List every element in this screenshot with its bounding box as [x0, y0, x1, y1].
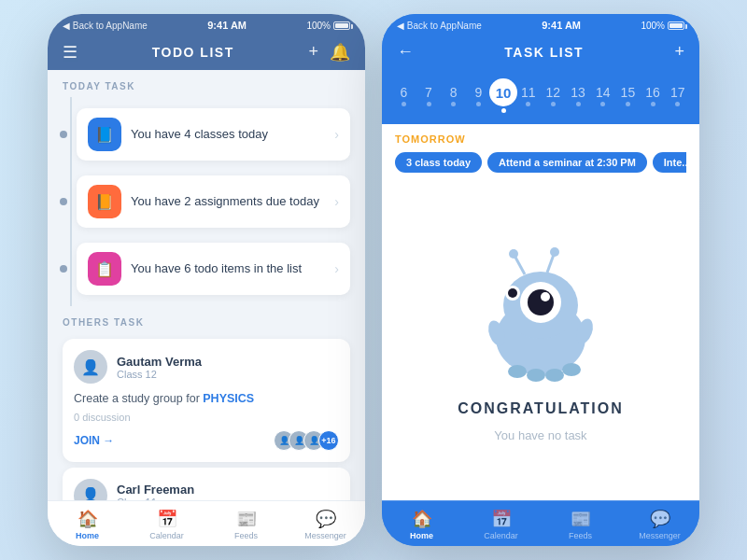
nav-label-calendar-left: Calendar: [149, 531, 184, 540]
task-item-1: 📘 You have 4 classes today ›: [48, 101, 365, 168]
task-icon-1: 📘: [88, 118, 121, 151]
date-num-14: 14: [596, 85, 611, 100]
date-num-12: 12: [546, 85, 561, 100]
date-dot-9: [476, 102, 481, 106]
date-dot-11: [526, 102, 530, 106]
status-back-right[interactable]: ◀ Back to AppName: [397, 21, 482, 31]
chevron-icon-2: ›: [334, 194, 339, 209]
tomorrow-label: TOMORROW: [395, 133, 686, 145]
header-title-right: TASK LIST: [504, 45, 584, 60]
date-10[interactable]: 10: [491, 78, 516, 113]
today-section-label: TODAY TASK: [48, 70, 365, 97]
date-dot-12: [551, 102, 556, 106]
chevron-icon-1: ›: [334, 127, 339, 142]
date-8[interactable]: 8: [441, 85, 466, 106]
nav-label-home-left: Home: [76, 531, 99, 540]
timeline: 📘 You have 4 classes today › 📙 You have …: [48, 97, 365, 306]
home-icon-right: 🏠: [412, 509, 432, 529]
date-17[interactable]: 17: [665, 85, 690, 106]
congrats-section: CONGRATULATION You have no task: [382, 182, 699, 500]
bottom-nav-left: 🏠 Home 📅 Calendar 📰 Feeds 💬 Messenger: [48, 500, 365, 546]
left-phone: ◀ Back to AppName 9:41 AM 100% ☰ TODO LI…: [48, 14, 365, 546]
avatar-stack-1: 👤 👤 👤 +16: [274, 430, 339, 451]
avatar-count-1: +16: [318, 430, 339, 451]
join-button-1[interactable]: JOIN →: [74, 434, 114, 447]
date-14[interactable]: 14: [590, 85, 615, 106]
tomorrow-section: TOMORROW 3 class today Attend a seminar …: [382, 124, 699, 182]
nav-feeds-left[interactable]: 📰 Feeds: [206, 501, 286, 546]
date-num-11: 11: [521, 85, 536, 100]
date-13[interactable]: 13: [566, 85, 591, 106]
chevron-icon-3: ›: [334, 261, 339, 276]
nav-calendar-right[interactable]: 📅 Calendar: [461, 501, 541, 546]
svg-point-11: [508, 365, 527, 378]
date-num-9: 9: [474, 85, 482, 100]
feeds-icon-left: 📰: [236, 509, 257, 529]
battery-icon-right: [668, 21, 684, 30]
add-icon-left[interactable]: +: [308, 42, 318, 63]
phones-container: ◀ Back to AppName 9:41 AM 100% ☰ TODO LI…: [48, 14, 699, 546]
other-task-card-2: 👤 Carl Freeman Class 11 Started a discus…: [63, 468, 350, 501]
date-9[interactable]: 9: [466, 85, 491, 106]
highlight-physics: PHYSICS: [203, 392, 254, 405]
nav-feeds-right[interactable]: 📰 Feeds: [541, 501, 620, 546]
pill-classes[interactable]: 3 class today: [395, 152, 482, 173]
status-bar-left: ◀ Back to AppName 9:41 AM 100%: [48, 14, 365, 35]
back-icon-right[interactable]: ←: [397, 42, 414, 62]
date-11[interactable]: 11: [515, 85, 541, 106]
add-icon-right[interactable]: +: [674, 42, 684, 62]
date-dot-10: [501, 108, 506, 113]
task-icon-2: 📙: [88, 185, 121, 218]
pill-extra[interactable]: Inte...: [653, 152, 686, 173]
nav-calendar-left[interactable]: 📅 Calendar: [127, 501, 206, 546]
task-card-3[interactable]: 📋 You have 6 todo items in the list ›: [77, 243, 350, 295]
person-info-carl: Carl Freeman Class 11: [117, 483, 194, 500]
bell-icon[interactable]: 🔔: [330, 42, 350, 63]
date-num-10: 10: [489, 78, 517, 106]
status-time-left: 9:41 AM: [207, 20, 247, 31]
congrats-sub: You have no task: [494, 428, 586, 442]
date-num-13: 13: [571, 85, 585, 100]
person-name-gautam: Gautam Verma: [117, 355, 202, 369]
svg-point-3: [509, 249, 518, 259]
timeline-dot-1: [60, 131, 67, 138]
task-icon-3: 📋: [88, 252, 121, 286]
date-num-15: 15: [621, 85, 636, 100]
status-back-left[interactable]: ◀ Back to AppName: [63, 21, 148, 31]
calendar-icon-left: 📅: [157, 509, 177, 529]
task-desc-1: Create a study group for PHYSICS: [74, 391, 339, 408]
nav-home-left[interactable]: 🏠 Home: [48, 501, 127, 546]
header-icons-right: + 🔔: [308, 42, 350, 63]
date-15[interactable]: 15: [615, 85, 641, 106]
task-item-3: 📋 You have 6 todo items in the list ›: [48, 235, 365, 302]
svg-point-13: [545, 369, 564, 382]
app-header-right: ← TASK LIST +: [382, 35, 699, 69]
monster-svg: [471, 245, 611, 385]
nav-messenger-right[interactable]: 💬 Messenger: [620, 501, 699, 546]
calendar-icon-right: 📅: [491, 509, 512, 529]
date-7[interactable]: 7: [416, 85, 442, 106]
nav-label-home-right: Home: [410, 531, 433, 540]
nav-messenger-left[interactable]: 💬 Messenger: [286, 501, 365, 546]
date-16[interactable]: 16: [641, 85, 666, 106]
pills-row: 3 class today Attend a seminar at 2:30 P…: [395, 152, 686, 173]
nav-label-calendar-right: Calendar: [484, 531, 518, 540]
svg-point-8: [541, 292, 550, 301]
status-time-right: 9:41 AM: [542, 20, 581, 31]
task-text-3: You have 6 todo items in the list: [131, 261, 325, 277]
other-task-card-1: 👤 Gautam Verma Class 12 Create a study g…: [63, 339, 350, 462]
date-12[interactable]: 12: [541, 85, 566, 106]
task-card-2[interactable]: 📙 You have 2 assignments due today ›: [77, 175, 350, 228]
header-title-left: TODO LIST: [152, 45, 234, 60]
avatar-gautam: 👤: [74, 350, 107, 384]
menu-icon[interactable]: ☰: [63, 42, 78, 63]
task-item-2: 📙 You have 2 assignments due today ›: [48, 168, 365, 235]
left-phone-body: TODAY TASK 📘 You have 4 classes today ›: [48, 70, 365, 500]
svg-point-10: [508, 288, 517, 298]
date-num-6: 6: [400, 85, 407, 100]
nav-home-right[interactable]: 🏠 Home: [382, 501, 461, 546]
pill-seminar[interactable]: Attend a seminar at 2:30 PM: [487, 152, 647, 173]
date-6[interactable]: 6: [391, 85, 416, 106]
task-card-1[interactable]: 📘 You have 4 classes today ›: [77, 108, 350, 161]
messenger-icon-right: 💬: [650, 509, 670, 529]
